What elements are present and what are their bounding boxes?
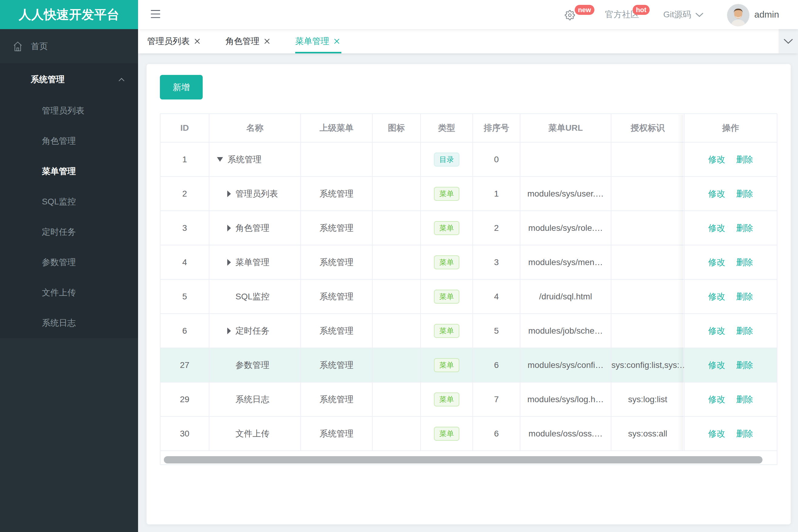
table-row-6: 6定时任务系统管理菜单5modules/job/sche…修改删除 xyxy=(161,314,777,348)
sidebar-item-1[interactable]: 角色管理 xyxy=(0,126,138,156)
tab-0[interactable]: 管理员列表 xyxy=(147,29,200,53)
edit-link[interactable]: 修改 xyxy=(708,223,725,233)
sidebar-group-system[interactable]: 系统管理 xyxy=(0,63,138,96)
delete-link[interactable]: 删除 xyxy=(736,395,753,404)
sidebar-toggle-button[interactable] xyxy=(151,10,160,18)
cell-id: 1 xyxy=(161,142,209,176)
delete-link[interactable]: 删除 xyxy=(736,292,753,301)
username-label[interactable]: admin xyxy=(754,0,779,29)
menu-name-text: 管理员列表 xyxy=(236,188,278,200)
column-header-6: 菜单URL xyxy=(520,114,611,142)
tab-2[interactable]: 菜单管理 xyxy=(295,29,339,53)
menu-name-text: SQL监控 xyxy=(236,291,270,302)
tab-close-icon[interactable] xyxy=(194,39,200,44)
edit-link[interactable]: 修改 xyxy=(708,155,725,164)
cell-actions: 修改删除 xyxy=(684,176,777,211)
sidebar-item-0[interactable]: 管理员列表 xyxy=(0,96,138,126)
menu-name-text: 系统日志 xyxy=(236,394,270,405)
column-header-0: ID xyxy=(161,114,209,142)
cell-id: 4 xyxy=(161,245,209,279)
edit-link[interactable]: 修改 xyxy=(708,292,725,301)
edit-link[interactable]: 修改 xyxy=(708,360,725,370)
sidebar-item-4[interactable]: 定时任务 xyxy=(0,217,138,247)
menu-name-text: 文件上传 xyxy=(236,428,270,439)
brand-title: 人人快速开发平台 xyxy=(19,6,119,23)
git-chevron-down-icon[interactable] xyxy=(695,13,703,17)
cell-actions: 修改删除 xyxy=(684,314,777,348)
cell-icon xyxy=(372,314,421,348)
chevron-up-icon xyxy=(119,78,125,81)
cell-order: 7 xyxy=(473,382,520,416)
delete-link[interactable]: 删除 xyxy=(736,360,753,370)
cell-perms: sys:log:list xyxy=(611,382,684,416)
gear-icon xyxy=(565,10,575,20)
tab-close-icon[interactable] xyxy=(334,39,339,44)
edit-link[interactable]: 修改 xyxy=(708,326,725,336)
expand-arrow-down-icon[interactable] xyxy=(217,157,223,162)
type-tag-menu: 菜单 xyxy=(434,393,459,406)
edit-link[interactable]: 修改 xyxy=(708,189,725,198)
edit-link[interactable]: 修改 xyxy=(708,395,725,404)
table-row-3: 3角色管理系统管理菜单2modules/sys/role.…修改删除 xyxy=(161,211,777,245)
sidebar-item-5[interactable]: 参数管理 xyxy=(0,247,138,278)
delete-link[interactable]: 删除 xyxy=(736,258,753,267)
delete-link[interactable]: 删除 xyxy=(736,429,753,438)
sidebar-item-7[interactable]: 系统日志 xyxy=(0,308,138,338)
edit-link[interactable]: 修改 xyxy=(708,429,725,438)
expand-arrow-right-icon[interactable] xyxy=(227,259,231,266)
cell-type: 菜单 xyxy=(421,176,473,211)
cell-perms xyxy=(611,211,684,245)
tab-1[interactable]: 角色管理 xyxy=(225,29,270,53)
sidebar-item-home[interactable]: 首页 xyxy=(0,29,138,63)
cell-icon xyxy=(372,348,421,382)
type-tag-menu: 菜单 xyxy=(434,324,459,338)
delete-link[interactable]: 删除 xyxy=(736,155,753,164)
delete-link[interactable]: 删除 xyxy=(736,223,753,233)
tabs-chevron-down-icon xyxy=(784,39,793,44)
cell-url: modules/sys/men… xyxy=(520,245,611,279)
community-hot-badge: hot xyxy=(633,5,650,15)
cell-url xyxy=(520,142,611,176)
tabs-menu-button[interactable] xyxy=(779,29,798,53)
cell-url: modules/oss/oss.… xyxy=(520,416,611,451)
cell-perms xyxy=(611,245,684,279)
cell-parent-menu: 系统管理 xyxy=(301,416,372,451)
settings-button[interactable] xyxy=(565,10,575,20)
column-header-8: 操作 xyxy=(684,114,777,142)
type-tag-menu: 菜单 xyxy=(434,290,459,304)
type-tag-menu: 菜单 xyxy=(434,187,459,201)
expand-arrow-right-icon[interactable] xyxy=(227,225,231,231)
git-source-dropdown[interactable]: Git源码 xyxy=(663,0,691,29)
delete-link[interactable]: 删除 xyxy=(736,189,753,198)
cell-perms: sys:config:list,sys:… xyxy=(611,348,684,382)
column-header-3: 图标 xyxy=(372,114,421,142)
cell-order: 4 xyxy=(473,279,520,314)
expand-arrow-right-icon[interactable] xyxy=(227,327,231,334)
delete-link[interactable]: 删除 xyxy=(736,326,753,336)
avatar[interactable] xyxy=(727,4,749,26)
cell-parent-menu: 系统管理 xyxy=(301,348,372,382)
table-row-2: 2管理员列表系统管理菜单1modules/sys/user.…修改删除 xyxy=(161,176,777,211)
cell-id: 29 xyxy=(161,382,209,416)
type-tag-menu: 菜单 xyxy=(434,221,459,235)
sidebar-item-3[interactable]: SQL监控 xyxy=(0,187,138,217)
tab-close-icon[interactable] xyxy=(264,39,270,44)
sidebar-item-6[interactable]: 文件上传 xyxy=(0,278,138,308)
table-row-27: 27参数管理系统管理菜单6modules/sys/confi…sys:confi… xyxy=(161,348,777,382)
sidebar-item-2[interactable]: 菜单管理 xyxy=(0,156,138,187)
community-link[interactable]: 官方社区 xyxy=(605,0,639,29)
cell-url: modules/job/sche… xyxy=(520,314,611,348)
edit-link[interactable]: 修改 xyxy=(708,258,725,267)
cell-icon xyxy=(372,416,421,451)
tab-label: 角色管理 xyxy=(225,36,259,47)
cell-perms xyxy=(611,314,684,348)
cell-parent-menu: 系统管理 xyxy=(301,279,372,314)
menu-name-text: 系统管理 xyxy=(227,154,262,165)
horizontal-scrollbar xyxy=(161,451,777,464)
scrollbar-thumb[interactable] xyxy=(164,456,762,463)
cell-type: 菜单 xyxy=(421,382,473,416)
add-button[interactable]: 新增 xyxy=(160,75,203,99)
cell-actions: 修改删除 xyxy=(684,142,777,176)
expand-arrow-right-icon[interactable] xyxy=(227,190,231,197)
top-navbar: new 官方社区 hot Git源码 admin xyxy=(138,0,798,29)
